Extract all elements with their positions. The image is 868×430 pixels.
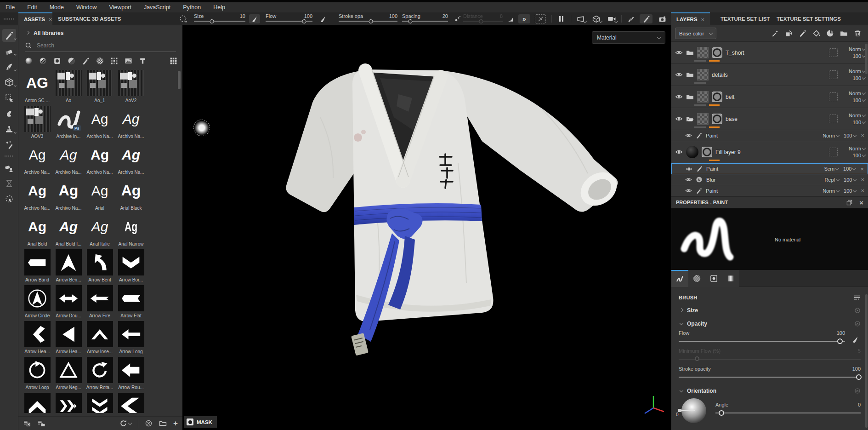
effect-row[interactable]: Paint Scrn 100 × bbox=[671, 163, 868, 174]
section-menu-icon[interactable] bbox=[853, 294, 861, 301]
asset-item[interactable]: Arrow Dou... bbox=[53, 285, 84, 321]
refresh-icon[interactable] bbox=[119, 419, 131, 427]
effect-name[interactable]: Blur bbox=[706, 177, 715, 183]
asset-item[interactable]: Arrow Bor... bbox=[116, 249, 146, 285]
menu-item[interactable]: File bbox=[6, 4, 15, 11]
asset-item[interactable]: Ag Archivo Na... bbox=[116, 106, 146, 142]
menu-item[interactable]: Help bbox=[213, 4, 225, 11]
asset-item[interactable]: Arrow Long bbox=[116, 321, 146, 357]
particles-icon[interactable] bbox=[626, 14, 636, 23]
smart-materials-filter-icon[interactable] bbox=[38, 56, 47, 65]
orientation-section[interactable]: Orientation bbox=[679, 384, 861, 397]
asset-item[interactable]: Ag Arial Bold I... bbox=[53, 213, 84, 249]
material-thumbnail[interactable] bbox=[702, 147, 712, 157]
asset-item[interactable]: Ag Archivo Na... bbox=[53, 142, 84, 178]
asset-item[interactable]: Arrow Rou... bbox=[116, 357, 146, 393]
layer-name[interactable]: belt bbox=[726, 94, 734, 100]
layer-row[interactable]: belt Norm 100 bbox=[671, 86, 868, 108]
opacity-section[interactable]: Opacity bbox=[679, 317, 861, 330]
asset-item[interactable]: Arrow Fire bbox=[85, 285, 115, 321]
asset-item[interactable]: Arrow Ben... bbox=[53, 249, 84, 285]
import-resources-icon[interactable] bbox=[23, 419, 31, 427]
size-slider[interactable]: Size10 bbox=[194, 13, 245, 24]
paint-mode-icon[interactable] bbox=[640, 14, 652, 23]
asset-item[interactable]: Ag Arial Narrow bbox=[116, 213, 146, 249]
material-thumbnail[interactable] bbox=[712, 114, 722, 124]
brush-tip-icon[interactable] bbox=[318, 14, 328, 23]
layer-row[interactable]: Fill layer 9 Norm 100 bbox=[671, 141, 868, 163]
textures-filter-icon[interactable] bbox=[124, 56, 133, 65]
mask-thumbnail[interactable] bbox=[697, 113, 709, 125]
panel-grip[interactable] bbox=[4, 18, 15, 20]
delete-layer-icon[interactable] bbox=[854, 29, 862, 37]
asset-item[interactable]: Ag Archivo Na... bbox=[85, 142, 115, 178]
reset-icon[interactable] bbox=[854, 307, 861, 314]
visibility-eye-icon[interactable] bbox=[685, 132, 692, 139]
tab-substance-3d-assets[interactable]: SUBSTANCE 3D ASSETS bbox=[52, 12, 126, 25]
brushes-filter-icon[interactable] bbox=[81, 56, 90, 65]
smudge-tool[interactable] bbox=[2, 107, 16, 120]
stroke-opacity-slider[interactable]: Stroke opacity100 bbox=[679, 366, 861, 380]
asset-item[interactable]: Ag Arial Black bbox=[116, 178, 146, 213]
asset-item[interactable]: AOV3 bbox=[22, 106, 52, 142]
delete-effect-icon[interactable]: × bbox=[861, 132, 864, 139]
effect-row[interactable]: Paint Norm 100 × bbox=[671, 130, 868, 141]
close-icon[interactable]: × bbox=[701, 16, 705, 23]
asset-item[interactable]: Arrow Hea... bbox=[22, 321, 52, 357]
flow-slider[interactable]: Flow100 bbox=[266, 13, 312, 24]
selection-tool[interactable] bbox=[2, 92, 16, 104]
asset-item[interactable]: Ao bbox=[53, 70, 84, 106]
alphas-filter-icon[interactable] bbox=[95, 56, 104, 65]
pressure-icon[interactable] bbox=[852, 335, 859, 343]
asset-item[interactable] bbox=[85, 393, 115, 413]
asset-item[interactable]: Ag Archivo Na... bbox=[22, 178, 52, 213]
material-thumbnail[interactable] bbox=[712, 47, 722, 58]
clone-tool[interactable] bbox=[2, 123, 16, 136]
detach-panel-icon[interactable] bbox=[846, 199, 853, 206]
perspective-view-icon[interactable] bbox=[575, 14, 585, 23]
asset-item[interactable]: Ao_1 bbox=[85, 70, 115, 106]
opacity-select[interactable]: 100 bbox=[853, 120, 865, 125]
layer-name[interactable]: details bbox=[712, 72, 728, 78]
menu-item[interactable]: Python bbox=[183, 4, 201, 11]
effect-name[interactable]: Paint bbox=[706, 166, 718, 172]
eraser-tool[interactable] bbox=[2, 45, 16, 57]
filters-filter-icon[interactable] bbox=[67, 56, 76, 65]
brush-tab[interactable] bbox=[671, 270, 688, 287]
blend-mode-select[interactable]: Norm bbox=[823, 188, 839, 194]
clear-filter-icon[interactable] bbox=[145, 419, 153, 427]
shading-mode-dropdown[interactable]: Material bbox=[592, 31, 665, 44]
size-section[interactable]: Size bbox=[679, 304, 861, 317]
asset-item[interactable]: Arrow Loop bbox=[22, 357, 52, 393]
materials-filter-icon[interactable] bbox=[24, 56, 33, 65]
visibility-eye-icon[interactable] bbox=[675, 115, 683, 123]
menu-item[interactable]: Edit bbox=[27, 4, 37, 11]
pause-icon[interactable] bbox=[556, 14, 566, 23]
asset-item[interactable]: Ag Arial Italic bbox=[85, 213, 115, 249]
asset-item[interactable]: Ag Arial Bold bbox=[22, 213, 52, 249]
layer-row[interactable]: base Norm 100 bbox=[671, 108, 868, 130]
asset-item[interactable]: Ag Archivo Na... bbox=[85, 106, 115, 142]
asset-item[interactable]: Arrow Band bbox=[22, 249, 52, 285]
viewport-3d[interactable]: Material MASK bbox=[182, 25, 671, 430]
asset-item[interactable]: Arrow Neg... bbox=[53, 357, 84, 393]
asset-item[interactable]: Ag Archivo Na... bbox=[22, 142, 52, 178]
add-smart-mask-icon[interactable] bbox=[826, 29, 834, 37]
layers-scrollbar[interactable] bbox=[865, 44, 868, 74]
lazy-mouse-icon[interactable] bbox=[535, 14, 546, 23]
search-input[interactable] bbox=[37, 42, 152, 49]
tab-texture-set-list[interactable]: TEXTURE SET LIST bbox=[715, 12, 775, 25]
assets-scrollbar[interactable] bbox=[178, 71, 181, 89]
fonts-filter-icon[interactable] bbox=[138, 56, 147, 65]
delete-effect-icon[interactable]: × bbox=[860, 166, 864, 172]
folder-icon[interactable] bbox=[686, 49, 694, 57]
visibility-eye-icon[interactable] bbox=[675, 71, 683, 79]
mask-thumbnail[interactable] bbox=[697, 69, 709, 80]
visibility-eye-icon[interactable] bbox=[675, 49, 683, 57]
paint-tool[interactable] bbox=[2, 29, 16, 42]
asset-item[interactable]: AoV2 bbox=[116, 70, 146, 106]
particles-tool[interactable] bbox=[2, 138, 16, 151]
add-fill-layer-icon[interactable] bbox=[812, 29, 820, 37]
procedurals-filter-icon[interactable] bbox=[109, 56, 119, 65]
layer-row[interactable]: details Norm 100 bbox=[671, 64, 868, 86]
